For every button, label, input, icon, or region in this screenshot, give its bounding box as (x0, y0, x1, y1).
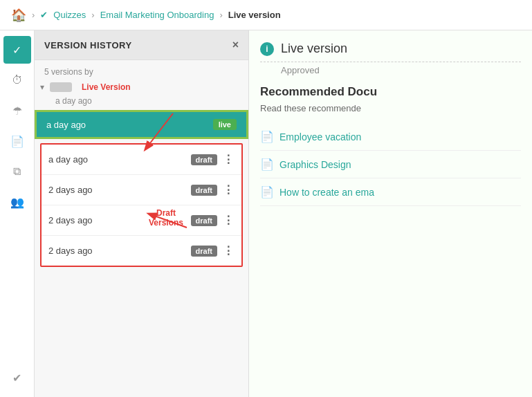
more-options-1[interactable]: ⋮ (223, 153, 235, 166)
home-icon[interactable]: 🏠 (11, 8, 26, 23)
doc-link-employee-vacation[interactable]: 📄 Employee vacation (260, 123, 521, 151)
draft-badge-1: draft (191, 154, 217, 165)
recommended-docs-sub: Read these recommende (260, 103, 521, 113)
breadcrumb-quizzes[interactable]: Quizzes (53, 10, 86, 20)
doc-link-graphics-design[interactable]: 📄 Graphics Design (260, 151, 521, 178)
draft-right-1: draft ⋮ (191, 153, 235, 166)
separator-3: › (219, 10, 222, 20)
author-row: ▾ Live Version (35, 80, 248, 95)
sidebar-icon-umbrella[interactable]: ☂ (3, 97, 31, 124)
doc-label-3: How to create an ema (279, 187, 374, 198)
doc-label-1: Employee vacation (279, 131, 361, 142)
live-version-header: i Live version (260, 41, 521, 62)
file-icon-1: 📄 (260, 130, 274, 143)
panel-header: VERSION HISTORY × (35, 30, 248, 60)
author-avatar (50, 82, 72, 92)
draft-right-2: draft ⋮ (191, 183, 235, 196)
draft-time-3: 2 days ago (48, 215, 93, 225)
breadcrumb-email-marketing[interactable]: Email Marketing Onboarding (100, 10, 214, 20)
panel-title: VERSION HISTORY (44, 40, 132, 50)
sidebar-icon-users[interactable]: 👥 (3, 188, 31, 216)
day-ago-subtitle: a day ago (35, 95, 248, 110)
live-time: a day ago (46, 120, 86, 130)
sidebar-icon-copy[interactable]: ⧉ (3, 158, 31, 185)
main-content: i Live version Approved Recommended Docu… (249, 30, 532, 397)
doc-label-2: Graphics Design (279, 159, 351, 170)
draft-right-4: draft ⋮ (191, 244, 235, 257)
sidebar-icon-check[interactable]: ✓ (3, 36, 31, 64)
doc-link-how-to-create[interactable]: 📄 How to create an ema (260, 178, 521, 206)
separator-2: › (91, 10, 94, 20)
version-history-panel: VERSION HISTORY × 5 versions by ▾ Live V… (35, 30, 249, 397)
draft-versions-annotation: DraftVersions (149, 208, 183, 228)
sidebar-icon-document[interactable]: 📄 (3, 127, 31, 155)
live-version-row[interactable]: a day ago live (35, 110, 248, 139)
draft-row-2[interactable]: 2 days ago draft ⋮ (42, 175, 241, 205)
file-icon-3: 📄 (260, 185, 274, 198)
live-version-annotation: Live Version (82, 82, 131, 92)
file-icon-2: 📄 (260, 158, 274, 171)
breadcrumb-live-version: Live version (228, 10, 281, 20)
breadcrumb-bar: 🏠 › ✔ Quizzes › Email Marketing Onboardi… (0, 0, 532, 30)
draft-right-3: draft ⋮ (191, 214, 235, 227)
draft-badge-2: draft (191, 185, 217, 196)
more-options-3[interactable]: ⋮ (223, 214, 235, 227)
draft-time-2: 2 days ago (48, 185, 93, 195)
breadcrumb-check-icon: ✔ (40, 10, 48, 20)
more-options-2[interactable]: ⋮ (223, 183, 235, 196)
draft-badge-4: draft (191, 246, 217, 257)
versions-by-text: 5 versions by (35, 60, 248, 80)
live-version-title-main: Live version (281, 41, 347, 56)
close-button[interactable]: × (232, 39, 239, 51)
live-badge: live (213, 119, 237, 130)
chevron-down-icon: ▾ (40, 82, 44, 92)
info-icon: i (260, 42, 274, 56)
separator-1: › (32, 10, 35, 20)
draft-row-1[interactable]: a day ago draft ⋮ (42, 145, 241, 175)
approved-text: Approved (260, 65, 521, 75)
draft-section: a day ago draft ⋮ 2 days ago draft ⋮ 2 d… (40, 143, 243, 267)
draft-badge-3: draft (191, 215, 217, 226)
sidebar: ✓ ⏱ ☂ 📄 ⧉ 👥 ✔ (0, 30, 35, 397)
draft-row-4[interactable]: 2 days ago draft ⋮ (42, 236, 241, 266)
more-options-4[interactable]: ⋮ (223, 244, 235, 257)
draft-time-1: a day ago (48, 154, 88, 165)
sidebar-icon-clock[interactable]: ⏱ (3, 66, 31, 94)
recommended-docs-title: Recommended Docu (260, 85, 521, 99)
sidebar-icon-checkmark[interactable]: ✔ (3, 364, 31, 391)
draft-time-4: 2 days ago (48, 246, 93, 256)
draft-row-3[interactable]: 2 days ago DraftVersions draft ⋮ (42, 205, 241, 236)
